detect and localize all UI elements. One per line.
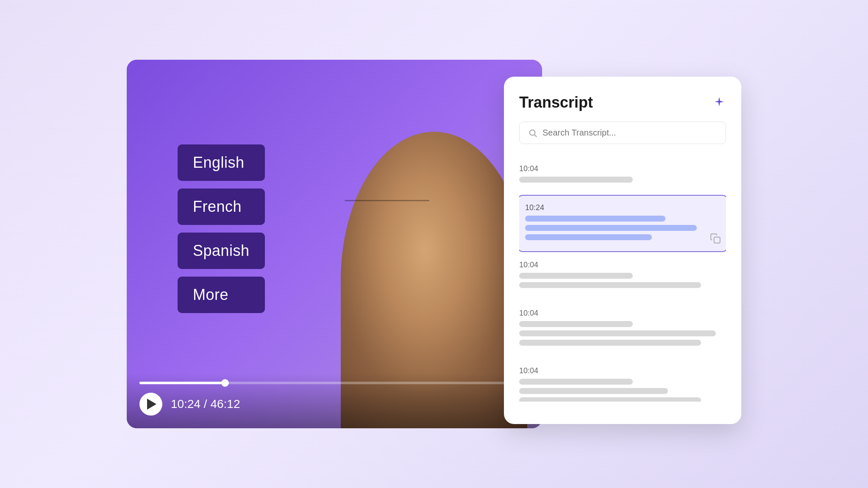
skeleton-line (519, 273, 633, 279)
english-button[interactable]: English (178, 144, 265, 181)
ai-star-icon (712, 96, 726, 109)
entry-time: 10:04 (519, 261, 726, 269)
entry-time-active: 10:24 (525, 203, 720, 212)
ai-star-button[interactable] (712, 96, 726, 109)
svg-rect-2 (714, 237, 720, 243)
play-button[interactable] (139, 393, 162, 416)
transcript-header: Transcript (519, 94, 726, 111)
transcript-entry: 10:04 (519, 300, 726, 358)
skeleton-line (519, 330, 716, 336)
skeleton-line (519, 340, 701, 346)
entry-time: 10:04 (519, 164, 726, 173)
transcript-title: Transcript (519, 94, 593, 111)
video-player: English French Spanish More 10:24 / 46:1… (127, 60, 542, 428)
transcript-panel: Transcript 10:04 10:24 (504, 77, 741, 424)
language-buttons-group: English French Spanish More (178, 144, 265, 313)
spanish-button[interactable]: Spanish (178, 233, 265, 269)
controls-row: 10:24 / 46:12 (139, 393, 529, 416)
transcript-entry: 10:04 (519, 358, 726, 402)
glasses-bridge (345, 200, 429, 201)
progress-fill (139, 382, 225, 384)
copy-button[interactable] (710, 233, 721, 245)
transcript-entry: 10:04 (519, 156, 726, 195)
svg-line-1 (534, 135, 537, 137)
search-box[interactable] (519, 122, 726, 144)
video-content: English French Spanish More 10:24 / 46:1… (127, 60, 542, 428)
search-input[interactable] (542, 128, 717, 138)
more-button[interactable]: More (178, 277, 265, 313)
active-skeleton-line-1 (525, 216, 665, 222)
active-skeleton-line-3 (525, 234, 652, 240)
video-controls: 10:24 / 46:12 (127, 373, 542, 428)
skeleton-line (519, 177, 633, 183)
play-icon (147, 399, 156, 410)
progress-bar[interactable] (139, 382, 529, 384)
time-display: 10:24 / 46:12 (171, 397, 240, 411)
french-button[interactable]: French (178, 189, 265, 225)
copy-icon (710, 233, 721, 244)
search-icon (528, 128, 537, 138)
transcript-entry: 10:04 (519, 252, 726, 300)
skeleton-line (519, 397, 701, 402)
active-skeleton-line-2 (525, 225, 697, 231)
entry-time: 10:04 (519, 309, 726, 318)
progress-thumb (221, 379, 229, 387)
skeleton-line (519, 321, 633, 327)
skeleton-line (519, 282, 701, 288)
skeleton-line (519, 379, 633, 385)
skeleton-line (519, 388, 668, 394)
transcript-entry-active: 10:24 (519, 195, 726, 252)
transcript-list: 10:04 10:24 10:04 (519, 156, 726, 402)
svg-point-0 (530, 130, 535, 135)
entry-time: 10:04 (519, 366, 726, 375)
main-layout: English French Spanish More 10:24 / 46:1… (127, 60, 741, 428)
